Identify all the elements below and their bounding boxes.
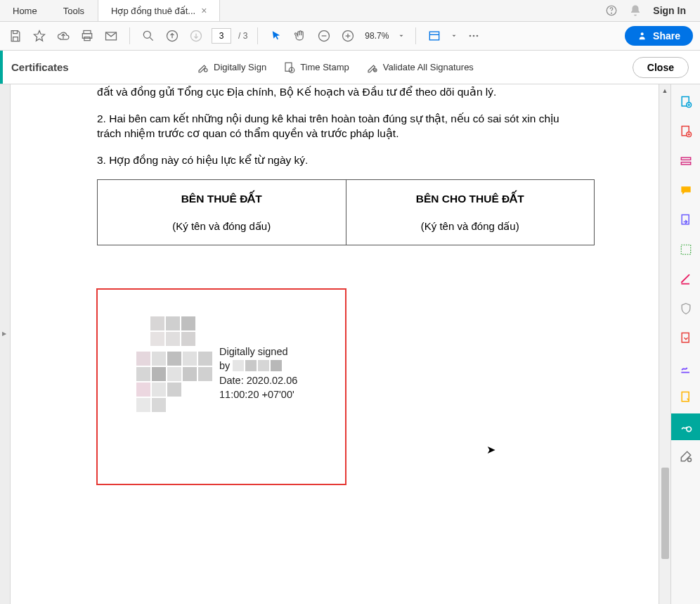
svg-point-1 [611, 13, 612, 13]
print-icon[interactable] [79, 27, 96, 44]
right-tools-panel [670, 84, 700, 604]
share-person-icon [637, 30, 649, 41]
sig-left-sub: (Ký tên và đóng dấu) [105, 219, 339, 233]
svg-rect-26 [682, 215, 689, 224]
pointer-icon[interactable] [268, 27, 285, 44]
left-panel-collapsed[interactable] [0, 84, 11, 604]
share-button[interactable]: Share [625, 26, 693, 46]
main-toolbar: / 3 98.7% Share [0, 22, 700, 51]
svg-rect-4 [84, 37, 90, 41]
more-icon[interactable] [465, 27, 482, 44]
cloud-icon[interactable] [55, 27, 72, 44]
digitally-sign-action[interactable]: Digitally Sign [197, 61, 266, 74]
zoom-in-icon[interactable] [339, 27, 356, 44]
combine-pdf-icon[interactable] [678, 124, 694, 139]
svg-point-14 [477, 35, 479, 37]
svg-rect-28 [682, 333, 689, 342]
fit-dropdown-icon[interactable] [450, 27, 458, 44]
svg-point-12 [469, 35, 472, 37]
share-button-label: Share [653, 30, 680, 41]
close-certificates-button[interactable]: Close [633, 57, 689, 78]
svg-point-16 [205, 68, 208, 72]
redact-icon[interactable] [678, 271, 694, 287]
save-icon[interactable] [7, 27, 24, 44]
validate-label: Validate All Signatures [383, 62, 474, 72]
svg-rect-29 [682, 392, 689, 401]
document-viewport[interactable]: đất và đồng gửi Tổng cục Địa chính, Bộ K… [11, 84, 659, 604]
help-icon[interactable] [605, 4, 618, 17]
svg-point-6 [143, 31, 150, 38]
svg-point-30 [686, 427, 691, 432]
validate-icon [366, 61, 379, 74]
svg-rect-17 [285, 63, 292, 71]
bell-icon[interactable] [629, 4, 642, 17]
scroll-up-icon[interactable]: ▲ [659, 84, 670, 96]
doc-paragraph-2: 2. Hai bên cam kết những nội dung kê kha… [14, 111, 647, 141]
validate-signatures-action[interactable]: Validate All Signatures [366, 61, 474, 74]
page-number-input[interactable] [212, 28, 231, 44]
fill-sign-icon[interactable] [678, 360, 694, 375]
signature-cell-left: BÊN THUÊ ĐẤT (Ký tên và đóng dấu) [98, 179, 346, 245]
more-tools-icon[interactable] [678, 449, 694, 464]
top-tab-bar: Home Tools Hợp đồng thuê đất... × Sign I… [0, 0, 700, 22]
zoom-level-label: 98.7% [365, 31, 389, 41]
compress-icon[interactable] [678, 330, 694, 346]
sig-right-sub: (Ký tên và đóng dấu) [354, 219, 588, 233]
signature-details-text: Digitally signed by Date: 2020.02.06 11:… [219, 345, 297, 401]
vertical-scrollbar[interactable]: ▲ [659, 84, 670, 604]
tab-file-active[interactable]: Hợp đồng thuê đất... × [98, 0, 220, 21]
document-page: đất và đồng gửi Tổng cục Địa chính, Bộ K… [11, 84, 647, 245]
signature-table: BÊN THUÊ ĐẤT (Ký tên và đóng dấu) BÊN CH… [97, 179, 595, 246]
star-icon[interactable] [31, 27, 48, 44]
tab-home[interactable]: Home [0, 0, 51, 21]
svg-point-13 [473, 35, 475, 37]
svg-rect-24 [681, 158, 690, 160]
zoom-out-icon[interactable] [316, 27, 332, 44]
stamp-icon[interactable] [678, 390, 694, 405]
svg-point-15 [641, 32, 644, 35]
tab-file-label: Hợp đồng thuê đất... [111, 6, 195, 16]
doc-paragraph-3: 3. Hợp đồng này có hiệu lực kể từ ngày k… [14, 153, 647, 168]
svg-rect-27 [681, 245, 690, 254]
digital-signature-field[interactable]: Digitally signed by Date: 2020.02.06 11:… [96, 288, 346, 485]
redacted-signer-graphic [150, 316, 212, 412]
protect-icon[interactable] [678, 301, 694, 316]
sig-left-heading: BÊN THUÊ ĐẤT [105, 191, 339, 207]
sign-in-link[interactable]: Sign In [653, 5, 686, 16]
prev-page-icon[interactable] [164, 27, 181, 44]
time-stamp-label: Time Stamp [300, 62, 349, 72]
page-total-label: / 3 [238, 31, 247, 41]
tab-tools[interactable]: Tools [51, 0, 98, 21]
comment-icon[interactable] [678, 183, 694, 198]
next-page-icon[interactable] [188, 27, 205, 44]
fit-width-icon[interactable] [426, 27, 443, 44]
digitally-sign-label: Digitally Sign [214, 62, 266, 72]
certificates-bar: Certificates Digitally Sign Time Stamp V… [0, 51, 700, 84]
organize-icon[interactable] [678, 242, 694, 257]
hand-icon[interactable] [292, 27, 309, 44]
svg-rect-11 [430, 32, 439, 40]
sig-line-3: Date: 2020.02.06 [219, 373, 297, 387]
svg-rect-25 [681, 162, 690, 165]
pen-sign-icon [197, 61, 209, 74]
signature-cell-right: BÊN CHO THUÊ ĐẤT (Ký tên và đóng dấu) [346, 179, 595, 245]
timestamp-icon [283, 61, 296, 74]
tab-close-icon[interactable]: × [201, 5, 207, 16]
create-pdf-icon[interactable] [678, 94, 694, 110]
export-pdf-icon[interactable] [678, 212, 694, 228]
svg-point-31 [687, 458, 691, 462]
sig-right-heading: BÊN CHO THUÊ ĐẤT [354, 191, 588, 207]
redacted-signer-name [233, 360, 282, 371]
mail-icon[interactable] [103, 27, 119, 44]
search-icon[interactable] [140, 27, 157, 44]
sig-line-2: by [219, 359, 230, 373]
sig-line-4: 11:00:20 +07'00' [219, 387, 297, 401]
scrollbar-thumb[interactable] [661, 468, 669, 559]
mouse-cursor-icon: ➤ [486, 443, 495, 456]
sig-line-1: Digitally signed [219, 345, 297, 359]
zoom-dropdown-icon[interactable] [397, 27, 406, 44]
time-stamp-action[interactable]: Time Stamp [283, 61, 349, 74]
certificates-title: Certificates [11, 61, 69, 73]
edit-pdf-icon[interactable] [678, 153, 694, 169]
certificates-tool-icon[interactable] [671, 413, 701, 440]
